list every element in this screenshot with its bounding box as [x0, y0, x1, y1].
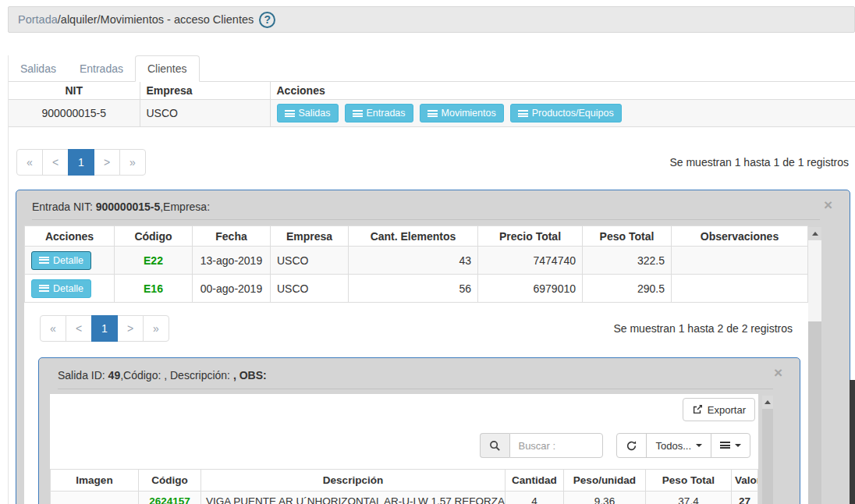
menu-bars-icon	[39, 285, 49, 292]
entrada-observaciones	[672, 275, 808, 303]
producto-row: 2624157 VIGA PUENTE AR U´NHORIZONTAL AR-…	[51, 492, 758, 504]
page-1-button[interactable]: 1	[68, 149, 94, 176]
salida-panel: Salida ID: 49,Código: , Descripción: , O…	[38, 357, 800, 504]
page-next-button[interactable]: >	[94, 149, 120, 176]
tab-salidas[interactable]: Salidas	[9, 56, 68, 81]
entrada-cant-elementos: 43	[349, 247, 478, 275]
salida-title-prefix: Salida ID:	[58, 369, 108, 382]
clients-records-summary: Se muestran 1 hasta 1 de 1 registros	[669, 156, 849, 169]
productos-header-row: Imagen Código Descripción Cantidad Peso/…	[51, 470, 758, 492]
page-next-button[interactable]: >	[117, 315, 144, 342]
entradas-button[interactable]: Entradas	[345, 104, 413, 122]
entrada-close-icon[interactable]: ×	[824, 197, 832, 212]
salida-close-icon[interactable]: ×	[774, 365, 782, 380]
entrada-fecha: 00-ago-2019	[193, 275, 271, 303]
salida-title-mid: ,Código: , Descripción:	[120, 369, 233, 382]
col-header-codigo: Código	[115, 226, 193, 247]
col-header-nit: NIT	[9, 82, 140, 100]
entrada-scrollbar[interactable]	[808, 227, 821, 504]
entrada-codigo: E16	[115, 275, 193, 303]
producto-cantidad: 4	[506, 492, 564, 504]
salida-scrollbar[interactable]	[762, 396, 773, 504]
page-last-button[interactable]: »	[143, 315, 169, 342]
col-header-peso-total: Peso Total	[646, 470, 732, 492]
page-last-button[interactable]: »	[119, 149, 146, 176]
producto-codigo: 2624157	[139, 492, 201, 504]
menu-bars-icon	[518, 110, 528, 117]
entrada-panel: Entrada NIT: 900000015-5,Empresa: × Acci…	[16, 190, 850, 504]
content-wrapper: Salidas Entradas Clientes NIT Empresa Ac…	[8, 55, 855, 504]
window-scrollbar[interactable]	[850, 380, 855, 504]
producto-imagen	[51, 492, 139, 504]
help-icon[interactable]: ?	[259, 12, 275, 28]
button-label: Salidas	[299, 108, 331, 119]
tab-clientes[interactable]: Clientes	[135, 55, 200, 82]
search-input[interactable]	[509, 433, 603, 458]
entrada-row: Detalle E16 00-ago-2019 USCO 56 6979010 …	[25, 275, 808, 303]
page-first-button[interactable]: «	[40, 315, 66, 342]
entrada-codigo: E22	[115, 247, 193, 275]
col-header-observaciones: Observaciones	[672, 226, 808, 247]
menu-bars-icon	[39, 257, 49, 264]
clients-pagination: « < 1 > »	[16, 149, 146, 176]
scroll-up-icon[interactable]	[808, 227, 821, 240]
entrada-fecha: 13-ago-2019	[193, 247, 271, 275]
button-label: Entradas	[367, 108, 406, 119]
detalle-button[interactable]: Detalle	[31, 251, 91, 270]
client-empresa: USCO	[140, 100, 270, 127]
entrada-peso-total: 322.5	[583, 247, 672, 275]
page-prev-button[interactable]: <	[66, 315, 92, 342]
col-header-empresa: Empresa	[271, 226, 349, 247]
salidas-button[interactable]: Salidas	[277, 104, 339, 122]
producto-peso-unidad: 9.36	[564, 492, 646, 504]
columns-dropdown[interactable]	[711, 433, 750, 458]
page-size-dropdown[interactable]: Todos...	[646, 433, 711, 458]
page-first-button[interactable]: «	[16, 149, 43, 176]
entradas-header-row: Acciones Código Fecha Empresa Cant. Elem…	[25, 226, 808, 247]
entrada-observaciones	[672, 247, 808, 275]
detalle-button[interactable]: Detalle	[31, 279, 91, 298]
export-button[interactable]: Exportar	[683, 398, 755, 421]
refresh-button[interactable]	[616, 433, 647, 458]
search-icon	[489, 440, 501, 452]
client-actions: Salidas Entradas Movimientos Productos/E…	[277, 103, 850, 123]
entrada-empresa: USCO	[271, 247, 349, 275]
salida-title-obs: , OBS:	[233, 369, 267, 382]
tab-entradas[interactable]: Entradas	[68, 56, 135, 81]
entradas-table: Acciones Código Fecha Empresa Cant. Elem…	[24, 225, 808, 303]
col-header-precio-total: Precio Total	[478, 226, 583, 247]
producto-descripcion: VIGA PUENTE AR U´NHORIZONTAL AR-U-LW 1,5…	[201, 492, 506, 504]
scrollbar-thumb[interactable]	[808, 240, 821, 321]
movimientos-button[interactable]: Movimientos	[420, 104, 504, 122]
columns-list-icon	[720, 442, 730, 449]
col-header-fecha: Fecha	[193, 226, 271, 247]
page: Portada /alquiler/Movimientos - acceso C…	[0, 0, 855, 504]
producto-valor-unitario: 27	[732, 492, 758, 504]
search-button[interactable]	[480, 433, 509, 458]
table-toolbar: Todos...	[50, 433, 758, 458]
entrada-precio-total: 6979010	[478, 275, 583, 303]
menu-bars-icon	[285, 110, 295, 117]
client-nit: 900000015-5	[9, 100, 140, 127]
col-header-cantidad: Cantidad	[506, 470, 564, 492]
entrada-title-suffix: ,Empresa:	[160, 201, 210, 213]
col-header-peso-unidad: Peso/unidad	[564, 470, 646, 492]
tab-bar: Salidas Entradas Clientes	[9, 55, 855, 81]
entrada-empresa: USCO	[271, 275, 349, 303]
page-prev-button[interactable]: <	[42, 149, 69, 176]
dropdown-label: Todos...	[655, 440, 691, 452]
col-header-empresa: Empresa	[140, 82, 270, 100]
page-1-button[interactable]: 1	[91, 315, 118, 342]
refresh-icon	[626, 440, 637, 452]
button-label: Movimientos	[442, 108, 496, 119]
producto-peso-total: 37.4	[646, 492, 732, 504]
menu-bars-icon	[428, 110, 438, 117]
breadcrumb-home-link[interactable]: Portada	[18, 13, 58, 26]
col-header-cant-elementos: Cant. Elementos	[349, 226, 478, 247]
entrada-title-prefix: Entrada NIT:	[32, 201, 96, 213]
button-label: Productos/Equipos	[532, 108, 614, 119]
table-controls: Todos...	[616, 433, 750, 458]
entrada-panel-title: Entrada NIT: 900000015-5,Empresa:	[32, 201, 820, 220]
scroll-up-icon[interactable]	[762, 396, 773, 409]
productos-equipos-button[interactable]: Productos/Equipos	[510, 104, 622, 122]
